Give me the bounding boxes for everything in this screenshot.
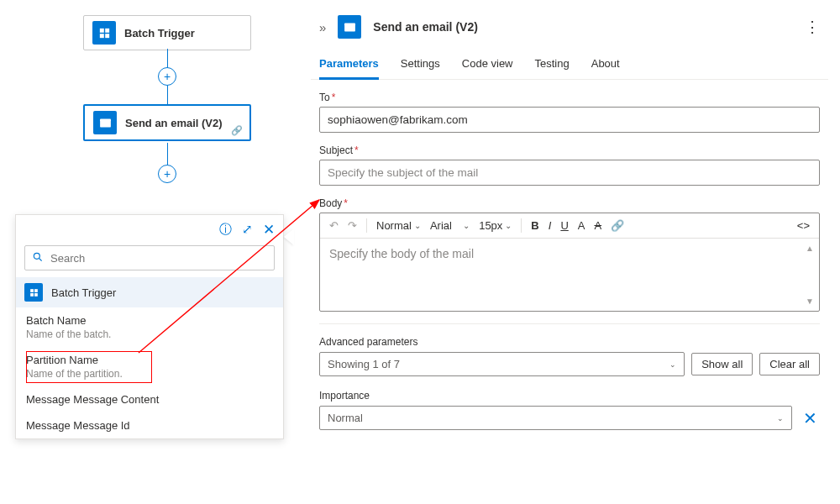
tab-code-view[interactable]: Code view — [462, 57, 513, 79]
more-menu-icon[interactable]: ⋮ — [805, 18, 820, 36]
picker-item-title: Batch Name — [26, 314, 273, 327]
panel-tabs: Parameters Settings Code view Testing Ab… — [311, 50, 828, 80]
clear-all-button[interactable]: Clear all — [759, 353, 820, 375]
to-field[interactable] — [319, 107, 820, 133]
expand-icon[interactable]: ⤢ — [242, 222, 253, 237]
node-send-email[interactable]: Send an email (V2) 🔗 — [83, 104, 251, 141]
close-icon[interactable]: ✕ — [263, 221, 275, 239]
collapse-panel-icon[interactable]: » — [319, 20, 326, 34]
picker-category-batch-trigger: Batch Trigger — [16, 277, 283, 307]
subject-label: Subject* — [319, 144, 820, 156]
svg-rect-1 — [105, 28, 109, 32]
outlook-icon — [93, 111, 117, 134]
scroll-down-icon[interactable]: ▼ — [806, 297, 814, 306]
dynamic-content-picker: ⓘ ⤢ ✕ Batch Trigger Batch Name Name of t… — [15, 214, 284, 439]
svg-rect-9 — [30, 293, 34, 297]
outlook-icon — [338, 15, 361, 39]
importance-select[interactable]: Normal ⌄ — [319, 406, 792, 430]
node-batch-trigger[interactable]: Batch Trigger — [83, 15, 251, 50]
svg-rect-4 — [100, 118, 111, 127]
importance-label: Importance — [319, 390, 820, 402]
bold-icon[interactable]: B — [528, 218, 541, 234]
node-send-email-label: Send an email (V2) — [125, 117, 223, 129]
svg-rect-0 — [99, 28, 103, 32]
picker-toolbar: ⓘ ⤢ ✕ — [16, 215, 283, 244]
body-editor: ↶ ↷ Normal ⌄ Arial ⌄ 15px ⌄ B I U A A 🔗 … — [319, 213, 820, 312]
italic-icon[interactable]: I — [546, 218, 554, 234]
tab-about[interactable]: About — [591, 57, 620, 79]
picker-search-input[interactable] — [50, 252, 267, 265]
body-label: Body* — [319, 197, 820, 209]
svg-point-5 — [34, 253, 39, 259]
node-batch-trigger-label: Batch Trigger — [124, 27, 195, 39]
picker-category-label: Batch Trigger — [51, 286, 116, 299]
batch-trigger-icon — [92, 21, 116, 45]
insert-step-button-bottom[interactable]: + — [158, 165, 176, 183]
highlight-icon[interactable]: A — [591, 218, 604, 234]
picker-item-batch-name[interactable]: Batch Name Name of the batch. — [16, 307, 283, 347]
panel-title: Send an email (V2) — [373, 20, 793, 34]
undo-icon[interactable]: ↶ — [327, 218, 341, 234]
search-icon — [32, 251, 44, 265]
size-dropdown[interactable]: 15px ⌄ — [476, 218, 514, 234]
picker-item-title: Partition Name — [26, 354, 273, 366]
divider — [319, 323, 820, 324]
style-dropdown[interactable]: Normal ⌄ — [374, 218, 423, 234]
picker-item-message-content[interactable]: Message Message Content — [16, 386, 283, 412]
picker-callout-tail — [284, 228, 294, 245]
picker-item-message-id[interactable]: Message Message Id — [16, 412, 283, 438]
svg-rect-3 — [105, 34, 109, 38]
svg-rect-10 — [34, 293, 38, 297]
picker-item-subtitle: Name of the batch. — [26, 328, 273, 340]
body-placeholder: Specify the body of the mail — [329, 247, 474, 260]
scroll-up-icon[interactable]: ▲ — [806, 244, 814, 253]
panel-header: » Send an email (V2) ⋮ — [311, 0, 828, 50]
svg-rect-13 — [344, 23, 355, 31]
redo-icon[interactable]: ↷ — [345, 218, 360, 234]
to-label: To* — [319, 92, 820, 103]
svg-line-6 — [39, 258, 42, 260]
picker-item-subtitle: Name of the partition. — [26, 368, 273, 380]
info-icon[interactable]: ⓘ — [219, 222, 232, 238]
link-icon[interactable]: 🔗 — [608, 218, 627, 234]
tab-settings[interactable]: Settings — [401, 57, 440, 79]
advanced-parameters-label: Advanced parameters — [319, 336, 820, 348]
advanced-parameters-select[interactable]: Showing 1 of 7 ⌄ — [319, 352, 685, 376]
tab-testing[interactable]: Testing — [535, 57, 570, 79]
picker-item-title: Message Message Content — [26, 393, 273, 406]
details-panel: » Send an email (V2) ⋮ Parameters Settin… — [311, 0, 840, 504]
svg-rect-7 — [30, 289, 34, 292]
code-view-icon[interactable]: <> — [795, 218, 812, 234]
batch-trigger-icon — [24, 283, 43, 302]
subject-field[interactable] — [319, 160, 820, 186]
tab-parameters[interactable]: Parameters — [319, 57, 379, 80]
svg-rect-2 — [99, 34, 103, 38]
insert-step-button-top[interactable]: + — [158, 67, 176, 86]
remove-importance-icon[interactable]: ✕ — [801, 408, 820, 428]
body-textarea[interactable]: Specify the body of the mail ▲ ▼ — [320, 239, 819, 311]
link-icon: 🔗 — [231, 125, 243, 136]
font-color-icon[interactable]: A — [575, 218, 588, 234]
parameters-form: To* Subject* Body* ↶ ↷ Normal ⌄ Arial ⌄ … — [311, 80, 828, 430]
underline-icon[interactable]: U — [558, 218, 570, 234]
editor-toolbar: ↶ ↷ Normal ⌄ Arial ⌄ 15px ⌄ B I U A A 🔗 … — [320, 213, 819, 239]
connector-line — [167, 143, 168, 165]
show-all-button[interactable]: Show all — [691, 353, 753, 375]
connector-line — [167, 86, 168, 104]
svg-rect-8 — [34, 289, 38, 292]
picker-item-partition-name[interactable]: Partition Name Name of the partition. — [16, 347, 283, 386]
picker-item-title: Message Message Id — [26, 419, 273, 432]
font-dropdown[interactable]: Arial ⌄ — [428, 218, 472, 234]
picker-search[interactable] — [24, 245, 275, 270]
